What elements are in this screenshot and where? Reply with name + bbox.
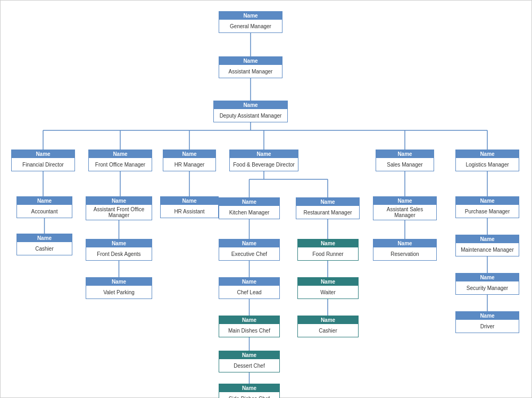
node-role-hra: HR Assistant [161, 205, 218, 218]
node-role-mdc: Main Dishes Chef [219, 324, 279, 337]
node-header-asm: Name [373, 197, 436, 205]
node-valet-parking: Name Valet Parking [86, 277, 152, 299]
node-header-hra: Name [161, 197, 218, 205]
node-header-waiter: Name [298, 278, 358, 286]
node-hr-assistant: Name HR Assistant [160, 196, 219, 218]
node-header-cashier-fd: Name [17, 234, 72, 242]
node-role-reservation: Reservation [373, 247, 436, 260]
node-role-driver: Driver [456, 320, 519, 333]
node-chef-lead: Name Chef Lead [219, 277, 280, 299]
node-security-manager: Name Security Manager [455, 273, 519, 295]
node-role-pm: Purchase Manager [456, 205, 519, 218]
node-header-rm: Name [296, 198, 359, 206]
node-role-vp: Valet Parking [86, 286, 152, 298]
node-role-fom: Front Office Manager [89, 158, 152, 171]
node-role-km: Kitchen Manager [219, 206, 279, 219]
node-role-afom: Assistant Front Office Manager [86, 205, 152, 220]
node-header-dam: Name [214, 101, 287, 109]
node-deputy-assistant: Name Deputy Assistant Manager [213, 101, 288, 122]
node-role-ec: Executive Chef [219, 247, 279, 260]
node-side-dishes-chef: Name Side Dishes Chef [219, 384, 280, 398]
node-cashier-rest: Name Cashier [297, 316, 359, 337]
node-header-mm: Name [456, 235, 519, 243]
node-role-mm: Maintenance Manager [456, 243, 519, 256]
node-role-sm: Sales Manager [376, 158, 434, 171]
node-header-sm: Name [376, 150, 434, 158]
node-kitchen-manager: Name Kitchen Manager [219, 197, 280, 219]
node-role-gm: General Manager [219, 20, 282, 32]
node-reservation: Name Reservation [373, 239, 437, 261]
node-food-runner: Name Food Runner [297, 239, 359, 261]
node-role-asm: Assistant Sales Manager [373, 205, 436, 220]
node-header-fda: Name [86, 239, 152, 247]
node-header-mdc: Name [219, 316, 279, 324]
node-header-fd: Name [12, 150, 74, 158]
node-header-fbd: Name [230, 150, 298, 158]
node-general-manager: Name General Manager [219, 11, 282, 33]
node-hr-manager: Name HR Manager [163, 150, 216, 171]
node-role-secm: Security Manager [456, 281, 519, 294]
node-role-dc: Dessert Chef [219, 359, 279, 372]
node-food-beverage-director: Name Food & Beverage Director [229, 150, 298, 171]
node-header-dc: Name [219, 351, 279, 359]
node-header-driver: Name [456, 312, 519, 320]
node-logistics-manager: Name Logistics Manager [455, 150, 519, 171]
node-assistant-manager: Name Assistant Manager [219, 56, 282, 78]
node-asst-sales-manager: Name Assistant Sales Manager [373, 196, 437, 220]
node-sales-manager: Name Sales Manager [376, 150, 434, 171]
node-header-lm: Name [456, 150, 519, 158]
node-accountant: Name Accountant [16, 196, 72, 218]
node-role-fbd: Food & Beverage Director [230, 158, 298, 171]
node-main-dishes-chef: Name Main Dishes Chef [219, 316, 280, 337]
node-role-sdc: Side Dishes Chef [219, 392, 279, 398]
node-header-afom: Name [86, 197, 152, 205]
node-header-gm: Name [219, 12, 282, 20]
node-waiter: Name Waiter [297, 277, 359, 299]
node-role-cl: Chef Lead [219, 286, 279, 298]
node-dessert-chef: Name Dessert Chef [219, 351, 280, 372]
node-header-cl: Name [219, 278, 279, 286]
node-financial-director: Name Financial Director [11, 150, 75, 171]
node-role-acc: Accountant [17, 205, 72, 218]
node-maintenance-manager: Name Maintenance Manager [455, 235, 519, 256]
node-role-hrm: HR Manager [163, 158, 215, 171]
node-role-fd: Financial Director [12, 158, 74, 171]
node-header-reservation: Name [373, 239, 436, 247]
node-header-ec: Name [219, 239, 279, 247]
node-header-secm: Name [456, 273, 519, 281]
node-driver: Name Driver [455, 311, 519, 333]
node-role-cashier-fd: Cashier [17, 242, 72, 255]
node-role-rm: Restaurant Manager [296, 206, 359, 219]
node-header-sdc: Name [219, 384, 279, 392]
node-purchase-manager: Name Purchase Manager [455, 196, 519, 218]
node-asst-front-office: Name Assistant Front Office Manager [86, 196, 152, 220]
node-role-fda: Front Desk Agents [86, 247, 152, 260]
node-role-lm: Logistics Manager [456, 158, 519, 171]
node-header-fom: Name [89, 150, 152, 158]
node-header-hrm: Name [163, 150, 215, 158]
node-executive-chef: Name Executive Chef [219, 239, 280, 261]
node-header-am: Name [219, 57, 282, 65]
node-front-desk-agents: Name Front Desk Agents [86, 239, 152, 261]
node-role-dam: Deputy Assistant Manager [214, 109, 287, 122]
node-header-acc: Name [17, 197, 72, 205]
node-header-fr: Name [298, 239, 358, 247]
node-header-pm: Name [456, 197, 519, 205]
node-front-office-manager: Name Front Office Manager [88, 150, 152, 171]
node-header-cashier-rest: Name [298, 316, 358, 324]
node-role-fr: Food Runner [298, 247, 358, 260]
node-cashier-fd: Name Cashier [16, 234, 72, 255]
node-role-cashier-rest: Cashier [298, 324, 358, 337]
org-chart-container: Name General Manager Name Assistant Mana… [0, 0, 532, 398]
node-role-waiter: Waiter [298, 286, 358, 298]
node-header-km: Name [219, 198, 279, 206]
node-header-vp: Name [86, 278, 152, 286]
node-restaurant-manager: Name Restaurant Manager [296, 197, 360, 219]
node-role-am: Assistant Manager [219, 65, 282, 78]
